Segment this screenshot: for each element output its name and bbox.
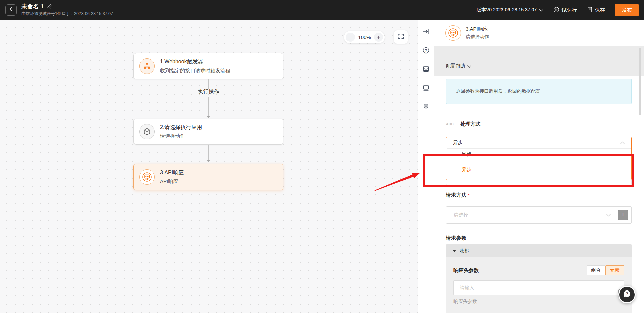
config-panel: API 3.API响应 请选择动作 配置帮助 返回参数为接口调用后，返回的数据配… [434,20,644,313]
node-subtitle: API响应 [160,178,184,185]
document-icon [587,7,593,14]
method-label: 请求方法 [446,192,466,198]
node-subtitle: 请选择动作 [160,133,202,139]
svg-text:API: API [451,31,455,34]
panel-scrollbar[interactable] [639,48,641,115]
help-circle-icon[interactable]: ? [422,46,430,54]
collapse-panel-icon[interactable] [422,28,430,36]
webhook-icon [139,58,155,74]
field-type-badge: ABC [446,122,454,126]
workflow-editor-app: 未命名-1 由数环通测试账号1创建于：2023-06-28 15:37:07 版… [0,0,644,313]
node-title: 2.请选择执行应用 [160,124,202,131]
connector-line [208,145,209,160]
panel-node-title: 3.API响应 [466,26,489,32]
collapse-header[interactable]: 收起 [446,244,632,257]
side-tool-strip: ? [418,20,434,313]
svg-text:?: ? [626,291,628,296]
zoom-in-button[interactable]: + [374,33,383,42]
chevron-down-icon [606,212,611,218]
zoom-controls: − 100% + [344,31,385,43]
params-label: 请求参数 [446,235,466,241]
process-label: 处理方式 [460,121,480,127]
inspect-icon[interactable] [422,103,430,111]
divider [457,122,457,127]
flow-title-block: 未命名-1 由数环通测试账号1创建于：2023-06-28 15:37:07 [21,3,113,17]
top-bar-actions: 版本V0 2023-06-28 15:37:07 试运行 保存 发布 [477,4,639,16]
publish-button[interactable]: 发布 [615,4,639,16]
connector-line [208,97,209,116]
arrow-down-icon [206,116,210,118]
divider [614,210,614,220]
cube-icon [139,124,155,139]
config-help-toggle[interactable]: 配置帮助 [446,63,471,69]
chevron-down-icon [467,63,471,69]
test-run-label: 试运行 [562,7,577,13]
toggle-combine-button[interactable]: 组合 [587,265,605,275]
fullscreen-icon [397,33,404,41]
panel-node-subtitle: 请选择动作 [466,34,489,40]
option-async[interactable]: 异步 [446,164,631,175]
node-subtitle: 收到指定的接口请求时触发流程 [160,68,230,74]
panel-header: API 3.API响应 请选择动作 [434,20,644,46]
option-sync[interactable]: 同步 [446,149,631,160]
panel-gray-band [434,46,644,76]
add-method-button[interactable]: + [618,210,628,220]
play-circle-icon [553,7,559,14]
chevron-left-icon [9,7,13,13]
action-section-label: 执行操作 [133,88,283,95]
process-select-open: 异步 同步 异步 [446,137,632,180]
method-field-label-row: 请求方法 * [446,192,469,198]
response-header-input[interactable] [453,280,624,295]
node-select-app[interactable]: 2.请选择执行应用 请选择动作 [133,119,283,145]
arrow-down-icon [206,160,210,162]
info-text: 返回参数为接口调用后，返回的数据配置 [456,88,540,94]
params-collapse-section: 收起 响应头参数 组合 元素 + 响应头参数 [446,244,632,313]
flow-title: 未命名-1 [21,3,44,10]
edit-pencil-icon[interactable] [47,4,52,10]
svg-text:API: API [145,175,149,178]
question-bubble-icon: ? [622,289,632,300]
save-label: 保存 [595,7,605,13]
method-select[interactable]: 请选择 + [446,206,632,224]
fit-view-button[interactable] [394,30,408,44]
zoom-out-button[interactable]: − [346,33,355,42]
version-label: 版本V0 2023-06-28 15:37:07 [477,7,537,13]
back-button[interactable] [5,4,17,16]
chevron-down-icon [539,7,543,13]
log-console-icon[interactable] [422,84,430,92]
api-icon: API [139,169,155,185]
collapse-body: 响应头参数 组合 元素 + 响应头参数 [446,257,632,313]
method-placeholder: 请选择 [454,212,468,218]
process-select-value: 异步 [453,140,463,146]
node-title: 1.Webhook触发器 [160,58,230,65]
process-field-label-row: ABC 处理方式 [446,121,480,127]
version-selector[interactable]: 版本V0 2023-06-28 15:37:07 [477,7,543,13]
node-title: 3.API响应 [160,169,184,176]
top-bar: 未命名-1 由数环通测试账号1创建于：2023-06-28 15:37:07 版… [0,0,644,20]
chevron-up-icon [620,140,625,146]
connector-line [208,79,209,89]
api-icon: API [445,25,461,41]
flow-created-info: 由数环通测试账号1创建于：2023-06-28 15:37:07 [21,11,113,17]
toggle-element-button[interactable]: 元素 [605,265,624,275]
process-select-value-row[interactable]: 异步 [446,137,631,148]
triangle-down-icon [453,250,456,252]
config-help-label: 配置帮助 [446,63,465,69]
node-api-response[interactable]: API 3.API响应 API响应 [133,164,283,190]
response-header-label: 响应头参数 [453,267,479,274]
info-banner: 返回参数为接口调用后，返回的数据配置 [446,79,632,104]
required-mark: * [468,193,469,198]
node-webhook-trigger[interactable]: 1.Webhook触发器 收到指定的接口请求时触发流程 [133,53,283,79]
svg-text:?: ? [425,48,427,52]
workflow-canvas[interactable]: 触发条件 1.Webhook触发器 收到指定的接口请求时触发流程 执行操作 2.… [0,20,418,313]
code-console-icon[interactable] [422,65,430,73]
zoom-level: 100% [358,34,371,40]
collapse-label: 收起 [460,248,469,254]
save-button[interactable]: 保存 [587,7,605,14]
response-header-helper: 响应头参数 [453,299,624,305]
test-run-button[interactable]: 试运行 [553,7,577,14]
help-fab-button[interactable]: ? [618,286,636,303]
dropdown-tail [446,180,632,185]
mode-toggle-group: 组合 元素 [587,265,624,275]
